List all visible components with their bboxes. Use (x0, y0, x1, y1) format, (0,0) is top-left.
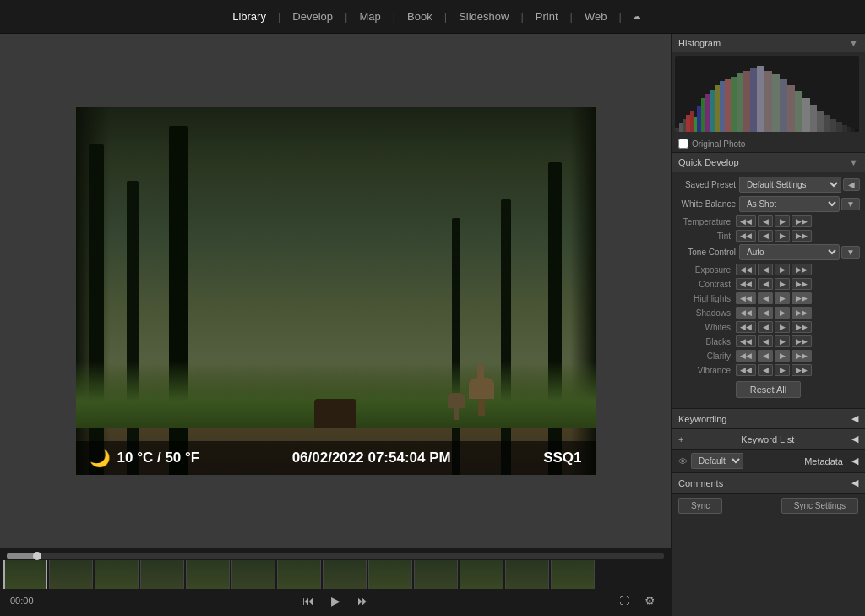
svg-rect-4 (690, 111, 694, 132)
nav-develop[interactable]: Develop (284, 7, 341, 26)
tone-control-select[interactable]: Auto (739, 244, 840, 260)
clarity-inc[interactable]: ▶ (775, 350, 790, 362)
contrast-dec-large[interactable]: ◀◀ (736, 278, 756, 290)
film-thumbnail[interactable] (460, 560, 503, 589)
tint-decrement-large[interactable]: ◀◀ (736, 230, 756, 242)
film-thumbnail[interactable] (140, 560, 184, 589)
vibrance-inc-large[interactable]: ▶▶ (792, 364, 812, 376)
exposure-inc[interactable]: ▶ (775, 264, 790, 275)
sync-settings-button[interactable]: Sync Settings (781, 498, 858, 514)
blacks-inc[interactable]: ▶ (775, 335, 790, 347)
saved-preset-row: Saved Preset Default Settings ◀ (677, 177, 860, 193)
tint-decrement[interactable]: ◀ (758, 230, 773, 242)
nav-library[interactable]: Library (224, 7, 275, 26)
nav-map[interactable]: Map (351, 7, 389, 26)
settings-button[interactable]: ⚙ (639, 592, 661, 609)
nav-print[interactable]: Print (527, 7, 567, 26)
shadows-inc[interactable]: ▶ (775, 307, 790, 319)
vibrance-dec[interactable]: ◀ (758, 364, 773, 376)
highlights-dec[interactable]: ◀ (758, 292, 773, 304)
film-thumbnail[interactable] (277, 560, 321, 589)
tone-control-arrow[interactable]: ▼ (841, 246, 860, 259)
film-thumbnail[interactable] (414, 560, 458, 589)
temp-increment-large[interactable]: ▶▶ (792, 215, 812, 227)
contrast-dec[interactable]: ◀ (758, 278, 773, 290)
progress-dot[interactable] (33, 552, 41, 560)
clarity-dec[interactable]: ◀ (758, 350, 773, 362)
temp-increment[interactable]: ▶ (775, 215, 790, 227)
tint-buttons: ◀◀ ◀ ▶ ▶▶ (736, 230, 812, 242)
film-thumbnail[interactable] (368, 560, 412, 589)
skip-back-button[interactable]: ⏮ (297, 592, 319, 609)
tint-increment-large[interactable]: ▶▶ (792, 230, 812, 242)
svg-rect-12 (725, 79, 731, 132)
film-thumbnail[interactable] (95, 560, 139, 589)
whites-inc[interactable]: ▶ (775, 321, 790, 333)
white-balance-arrow[interactable]: ▼ (841, 198, 860, 210)
histogram-header[interactable]: Histogram ▼ (672, 34, 865, 52)
sync-button[interactable]: Sync (678, 498, 722, 514)
film-thumbnail[interactable] (505, 560, 549, 589)
svg-rect-23 (802, 98, 810, 132)
blacks-inc-large[interactable]: ▶▶ (792, 335, 812, 347)
quick-develop-header[interactable]: Quick Develop ▼ (672, 153, 865, 172)
vibrance-dec-large[interactable]: ◀◀ (736, 364, 756, 376)
svg-rect-19 (772, 74, 780, 132)
white-balance-select[interactable]: As Shot (739, 196, 840, 212)
play-button[interactable]: ▶ (326, 592, 345, 609)
contrast-inc-large[interactable]: ▶▶ (792, 278, 812, 290)
film-thumbnail[interactable] (49, 560, 93, 589)
exposure-dec[interactable]: ◀ (758, 264, 773, 275)
skip-forward-button[interactable]: ⏭ (352, 592, 374, 609)
highlights-dec-large[interactable]: ◀◀ (736, 292, 756, 304)
whites-inc-large[interactable]: ▶▶ (792, 321, 812, 333)
forest-background (76, 107, 596, 475)
tint-increment[interactable]: ▶ (775, 230, 790, 242)
keywording-row[interactable]: Keywording ◀ (672, 409, 865, 429)
metadata-arrow: ◀ (851, 455, 858, 466)
metadata-row: 👁 Default Metadata ◀ (672, 450, 865, 473)
contrast-inc[interactable]: ▶ (775, 278, 790, 290)
progress-bar[interactable] (7, 553, 664, 559)
saved-preset-prev[interactable]: ◀ (843, 178, 860, 191)
exposure-dec-large[interactable]: ◀◀ (736, 264, 756, 275)
fullscreen-button[interactable]: ⛶ (614, 593, 634, 608)
svg-rect-29 (842, 125, 847, 132)
highlights-inc-large[interactable]: ▶▶ (792, 292, 812, 304)
main-layout: 🌙 10 °C / 50 °F 06/02/2022 07:54:04 PM S… (0, 34, 865, 616)
clarity-dec-large[interactable]: ◀◀ (736, 350, 756, 362)
reset-all-button[interactable]: Reset All (736, 381, 801, 398)
original-photo-checkbox[interactable] (678, 139, 688, 149)
temp-decrement[interactable]: ◀ (758, 215, 773, 227)
blacks-dec[interactable]: ◀ (758, 335, 773, 347)
nav-book[interactable]: Book (399, 7, 441, 26)
metadata-select[interactable]: Default (691, 453, 743, 469)
shadows-dec[interactable]: ◀ (758, 307, 773, 319)
vibrance-inc[interactable]: ▶ (775, 364, 790, 376)
highlights-inc[interactable]: ▶ (775, 292, 790, 304)
svg-rect-15 (743, 71, 750, 132)
nav-slideshow[interactable]: Slideshow (450, 7, 517, 26)
whites-dec[interactable]: ◀ (758, 321, 773, 333)
blacks-dec-large[interactable]: ◀◀ (736, 335, 756, 347)
nav-web[interactable]: Web (576, 7, 616, 26)
film-thumbnail[interactable] (551, 560, 595, 589)
saved-preset-select[interactable]: Default Settings (739, 177, 841, 193)
cloud-icon[interactable]: ☁ (632, 11, 641, 22)
shadows-inc-large[interactable]: ▶▶ (792, 307, 812, 319)
blacks-buttons: ◀◀ ◀ ▶ ▶▶ (736, 335, 812, 347)
exposure-inc-large[interactable]: ▶▶ (792, 264, 812, 275)
whites-dec-large[interactable]: ◀◀ (736, 321, 756, 333)
svg-rect-31 (851, 128, 855, 132)
film-thumbnail[interactable] (186, 560, 230, 589)
film-thumbnail[interactable] (323, 560, 367, 589)
keyword-list-arrow: ◀ (851, 433, 858, 444)
film-thumbnail[interactable] (231, 560, 275, 589)
shadows-dec-large[interactable]: ◀◀ (736, 307, 756, 319)
temp-decrement-large[interactable]: ◀◀ (736, 215, 756, 227)
clarity-inc-large[interactable]: ▶▶ (792, 350, 812, 362)
keyword-list-row[interactable]: + Keyword List ◀ (672, 429, 865, 450)
comments-row[interactable]: Comments ◀ (672, 473, 865, 493)
temperature-row: Temperature ◀◀ ◀ ▶ ▶▶ (677, 215, 860, 227)
film-thumbnail[interactable] (3, 560, 47, 589)
